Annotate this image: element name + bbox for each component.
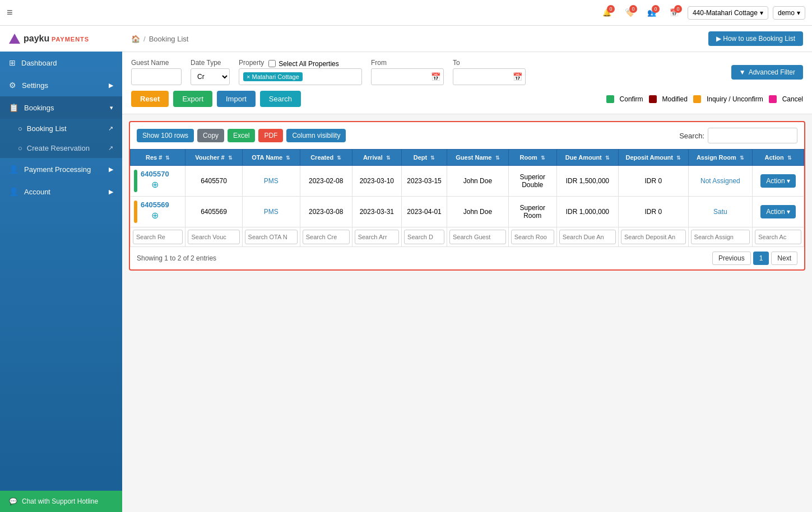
col-voucher-label: Voucher # bbox=[195, 154, 224, 161]
notification-group[interactable]: 👥 0 bbox=[643, 4, 661, 22]
import-button[interactable]: Import bbox=[217, 91, 256, 107]
sidebar-item-create-reservation[interactable]: ○ Create Reservation ↗ bbox=[0, 138, 122, 158]
search-deposit-input[interactable] bbox=[621, 230, 686, 244]
search-created-input[interactable] bbox=[303, 230, 350, 244]
row2-due: IDR 1,000,000 bbox=[556, 197, 618, 227]
sort-icon-action[interactable]: ⇅ bbox=[787, 155, 792, 161]
filter-row-1: Guest Name Date Type Cr Arrival Departur… bbox=[131, 59, 803, 85]
row1-plus-icon[interactable]: ⊕ bbox=[141, 179, 169, 190]
column-visibility-button[interactable]: Column visibility bbox=[286, 129, 346, 142]
guest-name-input[interactable] bbox=[131, 68, 182, 85]
notification-bell[interactable]: 🔔 0 bbox=[598, 4, 616, 22]
row2-plus-icon[interactable]: ⊕ bbox=[141, 210, 169, 221]
show-rows-button[interactable]: Show 100 rows bbox=[137, 129, 194, 142]
search-guest-input[interactable] bbox=[449, 230, 506, 244]
search-guest-cell bbox=[447, 227, 509, 247]
sidebar-item-account[interactable]: 👤 Account ▶ bbox=[0, 180, 122, 203]
row1-created: 2023-02-08 bbox=[300, 166, 352, 197]
notification-calendar[interactable]: 📅 0 bbox=[665, 4, 683, 22]
next-page-button[interactable]: Next bbox=[771, 252, 797, 265]
row2-res-link[interactable]: 6405569 bbox=[141, 201, 169, 209]
table-footer: Showing 1 to 2 of 2 entries Previous 1 N… bbox=[130, 247, 804, 269]
table-search-label: Search: bbox=[679, 132, 704, 140]
sort-icon-room[interactable]: ⇅ bbox=[541, 155, 545, 161]
status-bar-row1 bbox=[134, 170, 137, 192]
row1-res-link[interactable]: 6405570 bbox=[141, 170, 169, 178]
sidebar-sub-menu: ○ Booking List ↗ ○ Create Reservation ↗ bbox=[0, 119, 122, 158]
sidebar-item-bookings[interactable]: 📋 Bookings ▾ bbox=[0, 96, 122, 119]
excel-button[interactable]: Excel bbox=[228, 129, 255, 142]
row2-ota-link[interactable]: PMS bbox=[264, 208, 279, 216]
search-ota-input[interactable] bbox=[245, 230, 298, 244]
col-room-label: Room bbox=[520, 154, 537, 161]
reset-button[interactable]: Reset bbox=[131, 91, 169, 107]
to-calendar-icon[interactable]: 📅 bbox=[513, 72, 522, 81]
row2-res-cell: 6405569 ⊕ bbox=[131, 197, 185, 227]
table-row: 6405569 ⊕ 6405569 PMS 2023-03-08 2023-03… bbox=[131, 197, 804, 227]
confirm-legend-label: Confirm bbox=[620, 95, 643, 103]
row2-assign-link[interactable]: Satu bbox=[713, 208, 727, 216]
pdf-button[interactable]: PDF bbox=[258, 129, 283, 142]
from-group: From 📅 bbox=[371, 59, 444, 85]
table-header-row: Res # ⇅ Voucher # ⇅ OTA Name ⇅ Created bbox=[131, 150, 804, 166]
row1-action-button[interactable]: Action ▾ bbox=[760, 174, 796, 188]
select-all-checkbox[interactable] bbox=[268, 60, 276, 67]
filter-row-2: Reset Export Import Search Confirm Modif… bbox=[131, 91, 803, 107]
row1-ota-link[interactable]: PMS bbox=[264, 177, 279, 185]
sort-icon-due[interactable]: ⇅ bbox=[605, 155, 610, 161]
table-search-input[interactable] bbox=[708, 128, 797, 143]
hamburger-icon[interactable]: ≡ bbox=[7, 7, 13, 18]
property-selector[interactable]: 440-Matahari Cottage ▾ bbox=[688, 6, 768, 20]
property-tag-input[interactable]: × Matahari Cottage bbox=[239, 68, 362, 85]
sort-icon-created[interactable]: ⇅ bbox=[337, 155, 341, 161]
search-due-input[interactable] bbox=[559, 230, 616, 244]
from-label: From bbox=[371, 59, 444, 67]
export-button[interactable]: Export bbox=[173, 91, 212, 107]
sidebar-item-settings[interactable]: ⚙ Settings ▶ bbox=[0, 74, 122, 96]
home-icon: 🏠 bbox=[131, 35, 140, 43]
search-room-input[interactable] bbox=[511, 230, 554, 244]
search-button[interactable]: Search bbox=[260, 91, 301, 107]
search-assign-input[interactable] bbox=[691, 230, 750, 244]
sort-icon-res[interactable]: ⇅ bbox=[165, 155, 170, 161]
search-res-input[interactable] bbox=[133, 230, 183, 244]
user-selector[interactable]: demo ▾ bbox=[773, 6, 805, 20]
sidebar-account-label: Account bbox=[24, 188, 50, 196]
support-chat[interactable]: 💬 Chat with Support Hotline bbox=[0, 491, 122, 512]
from-calendar-icon[interactable]: 📅 bbox=[431, 72, 440, 81]
copy-button[interactable]: Copy bbox=[197, 129, 224, 142]
sort-icon-deposit[interactable]: ⇅ bbox=[676, 155, 681, 161]
how-to-button[interactable]: ▶ How to use Booking List bbox=[708, 31, 803, 46]
sort-icon-dept[interactable]: ⇅ bbox=[430, 155, 435, 161]
search-dept-input[interactable] bbox=[404, 230, 444, 244]
col-dept-label: Dept bbox=[414, 154, 427, 161]
search-voucher-input[interactable] bbox=[188, 230, 239, 244]
notification-tag[interactable]: 🏷️ 0 bbox=[620, 4, 638, 22]
row2-action-button[interactable]: Action ▾ bbox=[760, 205, 796, 218]
settings-arrow-icon: ▶ bbox=[109, 82, 113, 89]
search-action-input[interactable] bbox=[755, 230, 801, 244]
property-selector-label: 440-Matahari Cottage bbox=[693, 9, 758, 17]
row2-room: Superior Room bbox=[508, 197, 556, 227]
cancel-legend-dot bbox=[769, 95, 777, 103]
sort-icon-arrival[interactable]: ⇅ bbox=[386, 155, 391, 161]
row1-action-label: Action ▾ bbox=[766, 177, 790, 185]
date-type-select[interactable]: Cr Arrival Departure bbox=[191, 68, 230, 85]
sidebar-item-payment-processing[interactable]: 👤 Payment Processing ▶ bbox=[0, 158, 122, 180]
sort-icon-assign[interactable]: ⇅ bbox=[740, 155, 744, 161]
row1-deposit: IDR 0 bbox=[619, 166, 689, 197]
col-action-label: Action bbox=[764, 154, 783, 161]
prev-page-button[interactable]: Previous bbox=[712, 252, 751, 265]
sidebar-item-booking-list[interactable]: ○ Booking List ↗ bbox=[0, 119, 122, 138]
sort-icon-ota[interactable]: ⇅ bbox=[286, 155, 290, 161]
logo-payku: payku bbox=[24, 34, 49, 43]
advanced-filter-button[interactable]: ▼ Advanced Filter bbox=[731, 65, 803, 80]
page-1-button[interactable]: 1 bbox=[753, 252, 769, 265]
sort-icon-voucher[interactable]: ⇅ bbox=[228, 155, 233, 161]
sidebar-payment-label: Payment Processing bbox=[24, 165, 91, 174]
search-arrival-input[interactable] bbox=[355, 230, 399, 244]
sidebar-item-dashboard[interactable]: ⊞ Dashboard bbox=[0, 52, 122, 74]
col-deposit-label: Deposit Amount bbox=[625, 154, 673, 161]
col-created-label: Created bbox=[310, 154, 333, 161]
sort-icon-guest[interactable]: ⇅ bbox=[495, 155, 500, 161]
